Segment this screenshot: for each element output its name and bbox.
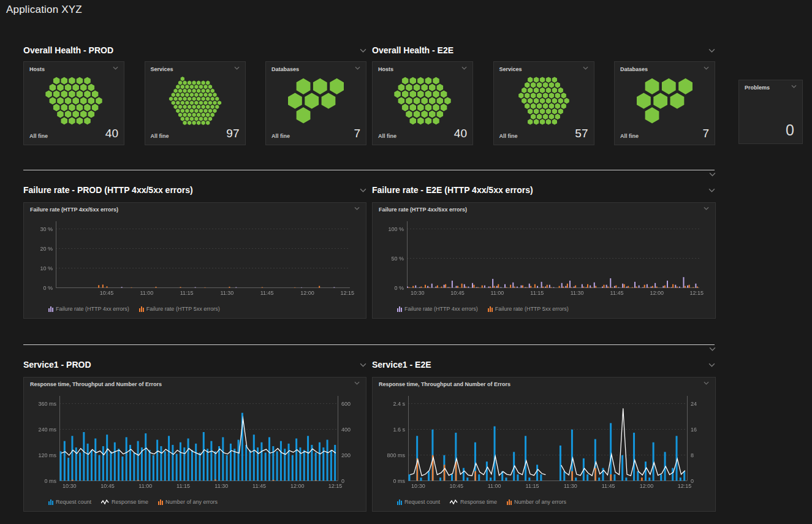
problems-tile[interactable]: Problems 0 <box>738 80 803 144</box>
health-tiles-e2e: Hosts All fine 40 Services All fine 57 D… <box>372 61 715 145</box>
chevron-down-icon[interactable] <box>355 66 360 70</box>
failure-rate-chart-e2e[interactable] <box>379 216 709 297</box>
chevron-down-icon[interactable] <box>704 207 709 210</box>
legend-label: Failure rate (HTTP 5xx errors) <box>495 306 569 312</box>
chevron-down-icon[interactable] <box>360 48 366 53</box>
honeycomb-chart[interactable] <box>151 76 240 126</box>
chart-legend: Failure rate (HTTP 4xx errors) Failure r… <box>379 303 709 314</box>
health-tile-hosts-e2e[interactable]: Hosts All fine 40 <box>372 61 473 145</box>
honeycomb-chart[interactable] <box>271 76 360 126</box>
service-chart-tile-prod[interactable]: Response time, Throughput and Number of … <box>23 377 366 512</box>
chart-legend: Failure rate (HTTP 4xx errors) Failure r… <box>30 303 360 314</box>
legend-item-4xx[interactable]: Failure rate (HTTP 4xx errors) <box>397 306 478 312</box>
honeycomb-chart[interactable] <box>29 76 118 126</box>
page-title: Application XYZ <box>6 4 82 16</box>
bars-icon <box>139 306 144 312</box>
chevron-down-icon[interactable] <box>709 172 716 177</box>
line-icon <box>101 499 109 505</box>
chevron-down-icon[interactable] <box>709 347 716 351</box>
chevron-down-icon[interactable] <box>704 381 709 385</box>
failure-rate-chart-prod[interactable] <box>30 216 360 297</box>
health-tile-services-prod[interactable]: Services All fine 97 <box>145 61 246 145</box>
service-chart-tile-e2e[interactable]: Response time, Throughput and Number of … <box>372 377 716 512</box>
health-tile-services-e2e[interactable]: Services All fine 57 <box>493 61 594 145</box>
chart-title: Failure rate (HTTP 4xx/5xx errors) <box>379 207 467 213</box>
legend-item-errors[interactable]: Number of any errors <box>507 499 566 505</box>
health-tile-hosts-prod[interactable]: Hosts All fine 40 <box>23 61 124 145</box>
service-metrics-chart-prod[interactable] <box>30 391 360 490</box>
section-title: Service1 - E2E <box>372 360 431 370</box>
legend-item-5xx[interactable]: Failure rate (HTTP 5xx errors) <box>139 306 220 312</box>
bars-icon <box>397 306 402 312</box>
chevron-down-icon[interactable] <box>704 66 709 70</box>
chevron-down-icon[interactable] <box>461 66 467 70</box>
honeycomb-chart[interactable] <box>620 76 709 126</box>
section-title: Overall Health - PROD <box>23 45 113 55</box>
legend-label: Response time <box>460 499 497 505</box>
legend-item-response-time[interactable]: Response time <box>101 499 148 505</box>
section-title: Service1 - PROD <box>23 360 91 370</box>
legend-item-5xx[interactable]: Failure rate (HTTP 5xx errors) <box>488 306 569 312</box>
service-metrics-chart-e2e[interactable] <box>379 391 709 490</box>
chevron-down-icon[interactable] <box>360 363 366 367</box>
health-tiles-prod: Hosts All fine 40 Services All fine 97 D… <box>23 61 366 145</box>
entity-count: 7 <box>702 127 709 140</box>
section-title: Overall Health - E2E <box>372 45 453 55</box>
legend-label: Response time <box>112 499 148 505</box>
section-header-service-e2e: Service1 - E2E <box>372 359 715 371</box>
tile-title: Services <box>499 66 522 72</box>
chevron-down-icon[interactable] <box>708 188 715 192</box>
tile-title: Hosts <box>378 66 393 72</box>
bars-icon <box>488 306 493 312</box>
chevron-down-icon[interactable] <box>354 381 360 385</box>
failure-chart-tile-e2e[interactable]: Failure rate (HTTP 4xx/5xx errors) Failu… <box>372 202 716 319</box>
chevron-down-icon[interactable] <box>354 207 360 210</box>
health-tile-databases-prod[interactable]: Databases All fine 7 <box>265 61 366 145</box>
section-header-health-e2e: Overall Health - E2E <box>372 44 715 56</box>
legend-label: Failure rate (HTTP 4xx errors) <box>56 306 129 312</box>
entity-count: 40 <box>454 127 467 140</box>
health-tile-databases-e2e[interactable]: Databases All fine 7 <box>614 61 715 145</box>
status-label: All fine <box>29 133 48 140</box>
chevron-down-icon[interactable] <box>583 66 588 70</box>
chart-legend: Request count Response time Number of an… <box>30 496 360 507</box>
tile-title: Databases <box>620 66 648 72</box>
honeycomb-chart[interactable] <box>499 76 588 126</box>
entity-count: 57 <box>575 127 588 140</box>
divider <box>23 170 715 170</box>
honeycomb-chart[interactable] <box>378 76 467 126</box>
tile-title: Hosts <box>29 66 45 72</box>
divider <box>23 344 715 345</box>
chart-legend: Request count Response time Number of an… <box>379 496 709 507</box>
status-label: All fine <box>271 133 290 140</box>
failure-chart-tile-prod[interactable]: Failure rate (HTTP 4xx/5xx errors) Failu… <box>23 202 366 319</box>
line-icon <box>450 499 458 505</box>
legend-item-request-count[interactable]: Request count <box>397 499 440 505</box>
chevron-down-icon[interactable] <box>791 85 797 88</box>
chevron-down-icon[interactable] <box>113 66 118 70</box>
legend-item-request-count[interactable]: Request count <box>48 499 91 505</box>
chevron-down-icon[interactable] <box>708 363 715 367</box>
chevron-down-icon[interactable] <box>234 66 240 70</box>
legend-label: Number of any errors <box>514 499 566 505</box>
section-header-health-prod: Overall Health - PROD <box>23 44 366 56</box>
section-header-failure-prod: Failure rate - PROD (HTTP 4xx/5xx errors… <box>23 184 366 196</box>
problems-count: 0 <box>745 121 797 139</box>
section-title: Failure rate - E2E (HTTP 4xx/5xx errors) <box>372 185 533 195</box>
legend-item-4xx[interactable]: Failure rate (HTTP 4xx errors) <box>48 306 129 312</box>
chevron-down-icon[interactable] <box>708 48 715 53</box>
legend-label: Number of any errors <box>165 499 218 505</box>
bars-icon <box>48 499 53 505</box>
status-label: All fine <box>499 133 518 140</box>
tile-title: Databases <box>271 66 299 72</box>
chart-title: Failure rate (HTTP 4xx/5xx errors) <box>30 207 118 213</box>
status-label: All fine <box>378 133 397 140</box>
chart-title: Response time, Throughput and Number of … <box>379 381 510 387</box>
legend-label: Request count <box>404 499 440 505</box>
chevron-down-icon[interactable] <box>360 188 366 192</box>
bars-icon <box>397 499 402 505</box>
tile-title: Problems <box>745 85 770 91</box>
legend-item-response-time[interactable]: Response time <box>450 499 497 505</box>
legend-item-errors[interactable]: Number of any errors <box>158 499 218 505</box>
legend-label: Failure rate (HTTP 4xx errors) <box>404 306 478 312</box>
